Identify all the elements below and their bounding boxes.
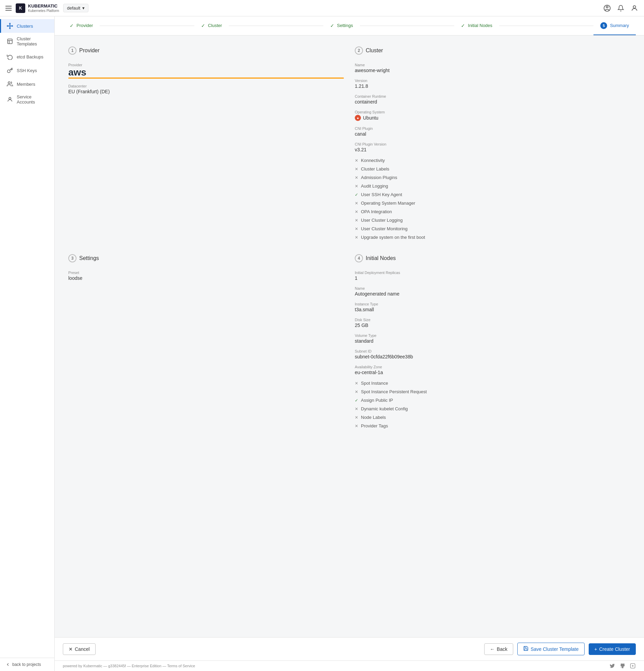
back-to-projects-label: back to projects [12, 662, 41, 667]
svg-point-5 [10, 28, 11, 29]
cancel-button[interactable]: ✕ Cancel [63, 643, 95, 655]
nodes-replicas-field: Initial Deployment Replicas 1 [355, 270, 630, 281]
cluster-os-value: Ubuntu [363, 115, 378, 121]
wizard-step-initial-nodes-label: Initial Nodes [468, 23, 492, 28]
logo: K KUBERMATIC Kubernetes Platform [16, 3, 59, 13]
sidebar-item-cluster-templates[interactable]: Cluster Templates [0, 33, 54, 50]
back-button[interactable]: ← Back [484, 643, 513, 655]
cluster-version-value: 1.21.8 [355, 84, 630, 89]
nodes-instance-value: t3a.small [355, 307, 630, 312]
provider-section: 1 Provider Provider aws Datacenter EU (F… [63, 47, 349, 254]
footer-bar: ✕ Cancel ← Back Save Cluster Template + … [55, 637, 644, 660]
sidebar-item-etcd-backups[interactable]: etcd Backups [0, 50, 54, 64]
initial-nodes-section-num: 4 [355, 254, 363, 262]
os-badge: ● Ubuntu [355, 115, 630, 121]
step-divider-3 [360, 26, 454, 26]
aws-text: aws [68, 68, 86, 77]
status-row: ✕Admission Plugins [355, 175, 630, 180]
slack-icon[interactable] [630, 663, 636, 669]
sidebar-footer: back to projects [0, 658, 54, 671]
nodes-instance-label: Instance Type [355, 302, 630, 306]
status-label: Assign Public IP [361, 398, 393, 403]
x-icon: ✕ [355, 423, 358, 428]
sidebar-item-cluster-templates-label: Cluster Templates [17, 36, 49, 47]
sidebar-item-ssh-keys[interactable]: SSH Keys [0, 64, 54, 77]
datacenter-field: Datacenter EU (Frankfurt) (DE) [68, 84, 344, 94]
sidebar-item-members[interactable]: Members [0, 77, 54, 91]
nodes-name-field: Name Autogenerated name [355, 286, 630, 296]
wizard-step-provider-label: Provider [77, 23, 93, 28]
nodes-az-field: Availability Zone eu-central-1a [355, 365, 630, 375]
members-icon [7, 81, 13, 87]
back-to-projects[interactable]: back to projects [5, 662, 49, 667]
github-icon[interactable] [619, 663, 626, 669]
svg-point-6 [7, 26, 8, 27]
cluster-name-field: Name awesome-wright [355, 63, 630, 73]
nodes-statuses: ✕Spot Instance✕Spot Instance Persistent … [355, 381, 630, 428]
cluster-cni-version-value: v3.21 [355, 147, 630, 152]
wizard-step-summary[interactable]: 5 Summary [593, 16, 636, 35]
wizard-step-settings[interactable]: ✓ Settings [323, 16, 360, 35]
x-icon: ✕ [355, 407, 358, 412]
provider-title-label: Provider [79, 48, 100, 54]
cancel-x-icon: ✕ [69, 646, 73, 652]
cluster-cni-value: canal [355, 131, 630, 137]
datacenter-label: Datacenter [68, 84, 344, 88]
key-icon [7, 67, 13, 74]
cluster-runtime-field: Container Runtime containerd [355, 94, 630, 104]
sidebar-item-service-accounts-label: Service Accounts [17, 94, 49, 104]
nodes-volume-value: standard [355, 338, 630, 344]
nodes-subnet-value: subnet-0cfda22f6b09ee38b [355, 354, 630, 359]
cluster-runtime-label: Container Runtime [355, 94, 630, 98]
status-row: ✕Cluster Labels [355, 166, 630, 172]
nodes-disk-field: Disk Size 25 GB [355, 318, 630, 328]
provider-section-title: 1 Provider [68, 47, 344, 55]
cluster-name-value: awesome-wright [355, 68, 630, 73]
save-cluster-template-button[interactable]: Save Cluster Template [517, 643, 584, 655]
settings-title-label: Settings [79, 255, 99, 261]
top-nav-actions [603, 4, 639, 12]
wizard-step-provider[interactable]: ✓ Provider [63, 16, 100, 35]
wizard-step-settings-label: Settings [337, 23, 353, 28]
x-icon: ✕ [355, 201, 358, 206]
project-selector[interactable]: default ▾ [63, 4, 88, 12]
status-row: ✕Dynamic kubelet Config [355, 406, 630, 412]
nodes-instance-field: Instance Type t3a.small [355, 302, 630, 312]
svg-point-3 [9, 25, 11, 27]
x-icon: ✕ [355, 218, 358, 223]
cancel-label: Cancel [75, 646, 90, 652]
provider-field: Provider aws [68, 63, 344, 79]
svg-point-1 [606, 6, 608, 8]
settings-section-title: 3 Settings [68, 254, 344, 262]
save-icon [523, 646, 529, 652]
create-cluster-button[interactable]: + Create Cluster [589, 643, 636, 655]
clusters-icon [7, 23, 13, 29]
aws-logo: aws [68, 68, 344, 79]
wizard-step-cluster[interactable]: ✓ Cluster [194, 16, 229, 35]
nodes-disk-label: Disk Size [355, 318, 630, 322]
nodes-volume-label: Volume Type [355, 333, 630, 338]
x-icon: ✕ [355, 175, 358, 180]
settings-section: 3 Settings Preset loodse [63, 254, 349, 443]
status-label: Operating System Manager [361, 201, 415, 206]
twitter-icon[interactable] [609, 663, 615, 669]
sidebar-item-clusters[interactable]: Clusters [0, 19, 54, 33]
nodes-replicas-label: Initial Deployment Replicas [355, 270, 630, 275]
notification-icon[interactable] [617, 4, 625, 12]
status-label: Spot Instance [361, 381, 388, 386]
x-icon: ✕ [355, 167, 358, 172]
svg-point-4 [10, 23, 11, 24]
initial-nodes-section-title: 4 Initial Nodes [355, 254, 630, 262]
status-label: Konnectivity [361, 158, 385, 163]
account-circle-icon[interactable] [603, 4, 611, 12]
user-avatar-icon[interactable] [630, 4, 639, 12]
x-icon: ✕ [355, 158, 358, 163]
sidebar-item-service-accounts[interactable]: Service Accounts [0, 91, 54, 108]
svg-point-2 [633, 5, 635, 8]
cluster-version-field: Version 1.21.8 [355, 79, 630, 89]
status-row: ✕Audit Logging [355, 183, 630, 189]
wizard-step-initial-nodes[interactable]: ✓ Initial Nodes [454, 16, 499, 35]
svg-point-16 [9, 97, 11, 99]
status-label: User SSH Key Agent [361, 192, 402, 197]
menu-toggle[interactable] [5, 6, 12, 11]
